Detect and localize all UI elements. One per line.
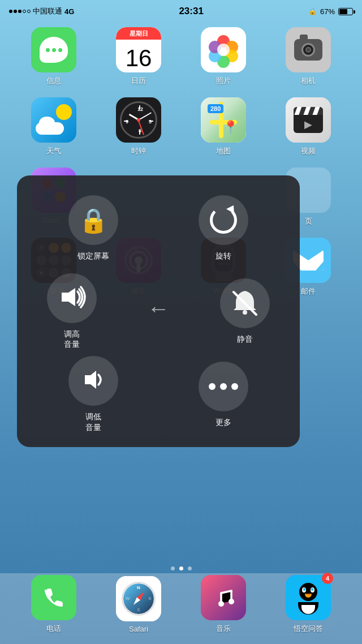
qq-icon-wrapper: 4	[286, 575, 331, 624]
app-maps[interactable]: 280 📍 地图	[192, 97, 255, 156]
assistive-overlay: 🔒 锁定屏幕 旋转	[17, 175, 300, 447]
arrow-back-icon: ←	[147, 296, 170, 321]
dock-phone[interactable]: 电话	[23, 575, 85, 634]
vol-down-circle[interactable]	[68, 356, 118, 406]
overlay-row-2: 调高音量 ← 静音	[28, 270, 288, 353]
more-label: 更多	[216, 417, 231, 427]
mute-circle[interactable]	[220, 278, 270, 328]
mail-label: 邮件	[301, 286, 316, 297]
camera-label: 相机	[301, 76, 316, 86]
overlay-volume-down[interactable]: 调低音量	[28, 356, 158, 432]
page-dots	[0, 566, 362, 570]
rotate-circle[interactable]	[199, 195, 248, 245]
app-weather[interactable]: 天气	[23, 97, 85, 156]
app-messages[interactable]: 信息	[23, 27, 85, 86]
overlay-lock-screen[interactable]: 🔒 锁定屏幕	[28, 195, 158, 261]
more-circle[interactable]	[199, 362, 248, 411]
overlay-row-3: 调低音量 更多	[28, 353, 288, 436]
mute-svg	[230, 289, 260, 316]
lock-icon: 🔒	[308, 7, 317, 15]
overlay-back[interactable]: ←	[115, 284, 201, 339]
calendar-day: 16	[126, 46, 152, 70]
rotate-arrow	[226, 203, 238, 213]
back-circle[interactable]: ←	[133, 284, 183, 333]
vol-up-icon	[57, 285, 87, 312]
network-type: 4G	[64, 7, 74, 16]
dock-safari[interactable]: N S E W Safari	[107, 576, 170, 633]
phone-label: 电话	[46, 624, 61, 634]
mute-icon	[230, 289, 260, 318]
battery-percent: 67%	[320, 7, 335, 16]
videos-label: 视频	[301, 146, 316, 156]
clock-icon[interactable]: 12 6 9 3	[116, 97, 161, 143]
weather-label: 天气	[46, 146, 61, 156]
app-calendar[interactable]: 星期日 16 日历	[107, 27, 170, 86]
app-camera[interactable]: 相机	[277, 27, 339, 86]
calendar-icon[interactable]: 星期日 16	[116, 27, 161, 72]
vol-up-circle[interactable]	[47, 273, 97, 323]
messages-icon[interactable]	[31, 27, 76, 72]
weather-icon[interactable]	[31, 97, 76, 143]
overlay-rotate[interactable]: 旋转	[158, 195, 288, 261]
more-icon	[209, 383, 238, 390]
more-dot-2	[220, 383, 227, 390]
vol-down-icon	[80, 368, 106, 393]
lock-large-icon: 🔒	[79, 207, 108, 234]
dock-qq[interactable]: 4 悟空问答	[277, 575, 339, 634]
overlay-more[interactable]: 更多	[158, 362, 288, 427]
page-dot-1	[171, 566, 175, 570]
status-right: 🔒 67%	[308, 7, 353, 16]
clock-label: 时钟	[131, 146, 146, 156]
camera-icon[interactable]	[286, 27, 331, 72]
maps-label: 地图	[216, 146, 231, 156]
volume-down-label: 调低音量	[85, 411, 101, 432]
page-dot-2	[179, 566, 183, 570]
carrier-label: 中国联通	[33, 6, 62, 16]
photos-label: 照片	[216, 76, 231, 86]
rotate-label: 旋转	[216, 251, 231, 261]
signal-dot-2	[14, 10, 17, 13]
app-clock[interactable]: 12 6 9 3 时钟	[107, 97, 170, 156]
status-left: 中国联通 4G	[9, 6, 74, 16]
mute-label: 静音	[237, 334, 253, 344]
safari-label: Safari	[129, 625, 148, 633]
photos-icon[interactable]	[201, 27, 246, 72]
app-row-2: 天气 12 6 9 3	[11, 97, 351, 156]
signal-dot-1	[9, 10, 12, 13]
dock-music[interactable]: 音乐	[192, 575, 255, 634]
maps-icon[interactable]: 280 📍	[201, 97, 246, 143]
page-label: 页	[305, 216, 312, 226]
safari-icon[interactable]: N S E W	[116, 576, 161, 621]
battery-icon	[338, 8, 353, 15]
signal-dot-4	[23, 10, 26, 13]
svg-marker-3	[85, 371, 96, 389]
status-time: 23:31	[179, 6, 203, 17]
signal-dots	[9, 10, 31, 13]
lock-circle[interactable]: 🔒	[68, 195, 118, 245]
app-videos[interactable]: ▶ 视频	[277, 97, 339, 156]
rotate-icon	[210, 207, 237, 234]
overlay-mute[interactable]: 静音	[202, 278, 288, 344]
volume-up-label: 调高音量	[64, 329, 80, 349]
overlay-volume-up[interactable]: 调高音量	[28, 273, 115, 349]
app-photos[interactable]: 照片	[192, 27, 255, 86]
battery-fill	[339, 9, 347, 14]
phone-icon[interactable]	[31, 575, 76, 620]
signal-dot-5	[27, 10, 31, 13]
more-dot-1	[209, 383, 216, 390]
svg-point-8	[229, 599, 234, 604]
videos-icon[interactable]: ▶	[286, 97, 331, 143]
signal-dot-3	[18, 10, 21, 13]
music-label: 音乐	[216, 624, 231, 634]
music-icon[interactable]	[201, 575, 246, 620]
messages-label: 信息	[46, 76, 61, 86]
calendar-label: 日历	[131, 76, 146, 86]
more-dot-3	[231, 383, 238, 390]
vol-down-svg	[80, 368, 106, 391]
page-dot-3	[188, 566, 192, 570]
qq-label: 悟空问答	[294, 624, 323, 634]
svg-point-7	[218, 601, 224, 607]
music-svg	[211, 585, 236, 610]
vol-up-svg	[57, 285, 87, 310]
status-bar: 中国联通 4G 23:31 🔒 67%	[0, 0, 362, 23]
